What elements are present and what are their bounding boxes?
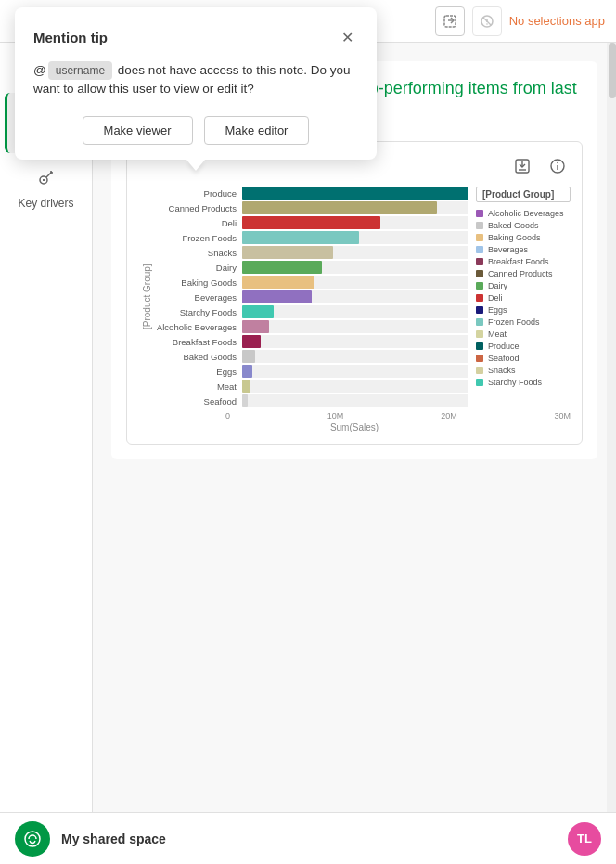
bar-row: Snacks <box>155 246 468 259</box>
legend-item-label: Alcoholic Beverages <box>488 209 564 218</box>
space-label: My shared space <box>61 832 166 846</box>
legend-item-label: Starchy Foods <box>488 378 542 387</box>
legend-item: Starchy Foods <box>476 378 571 387</box>
bar-row: Deli <box>155 216 468 229</box>
make-viewer-button[interactable]: Make viewer <box>83 116 193 145</box>
svg-line-10 <box>46 172 52 177</box>
bar-fill <box>242 365 252 378</box>
user-avatar[interactable]: TL <box>568 822 601 856</box>
legend-item: Breakfast Foods <box>476 257 571 266</box>
x-axis-tick: 20M <box>441 411 457 420</box>
bar-row: Baked Goods <box>155 350 468 363</box>
modal-user-chip: username <box>48 61 112 80</box>
x-axis-tick: 30M <box>554 411 571 420</box>
legend-item: Alcoholic Beverages <box>476 209 571 218</box>
bar-row: Beverages <box>155 290 468 303</box>
x-axis-title: Sum(Sales) <box>138 422 571 432</box>
bar-fill <box>242 350 255 363</box>
at-symbol: @ <box>33 63 46 77</box>
modal-title: Mention tip <box>33 30 108 45</box>
bar-fill <box>242 380 250 393</box>
alert-button[interactable] <box>472 6 502 36</box>
bar-track <box>242 350 468 363</box>
share-button[interactable] <box>435 6 465 36</box>
bar-row: Breakfast Foods <box>155 335 468 348</box>
legend-item-label: Breakfast Foods <box>488 257 549 266</box>
legend-item-label: Snacks <box>488 366 516 375</box>
svg-point-21 <box>25 832 40 846</box>
legend-item-label: Frozen Foods <box>488 317 540 327</box>
legend-color-dot <box>476 258 483 265</box>
bar-fill <box>242 216 380 229</box>
no-selections-label: No selections app <box>509 14 605 28</box>
bar-fill <box>242 394 248 407</box>
x-axis-tick: 10M <box>327 411 344 420</box>
legend-item-label: Produce <box>488 342 520 351</box>
legend-item: Deli <box>476 293 571 303</box>
bar-track <box>242 246 468 259</box>
bar-track <box>242 365 468 378</box>
legend-item: Frozen Foods <box>476 317 571 327</box>
modal-header: Mention tip ✕ <box>33 26 358 48</box>
bar-track <box>242 380 468 393</box>
svg-point-20 <box>557 162 558 164</box>
bar-fill <box>242 335 261 348</box>
mention-tip-modal: Mention tip ✕ @username does not have ac… <box>15 7 377 160</box>
bar-fill <box>242 231 359 244</box>
bar-track <box>242 231 468 244</box>
modal-tail <box>186 160 205 171</box>
legend-title: [Product Group] <box>476 187 571 202</box>
legend-color-dot <box>476 306 483 314</box>
legend-color-dot <box>476 379 483 386</box>
legend-item: Dairy <box>476 281 571 290</box>
bar-label: Starchy Foods <box>155 307 237 317</box>
bar-track <box>242 201 468 214</box>
chart-legend: [Product Group]Alcoholic BeveragesBaked … <box>468 187 571 407</box>
legend-item-label: Baked Goods <box>488 221 539 230</box>
legend-color-dot <box>476 294 483 302</box>
scroll-thumb[interactable] <box>609 43 616 98</box>
legend-item: Baked Goods <box>476 221 571 230</box>
bar-label: Produce <box>155 188 237 199</box>
bar-track <box>242 320 468 333</box>
bar-label: Baked Goods <box>155 352 237 362</box>
bar-track <box>242 187 468 200</box>
svg-rect-0 <box>444 16 456 27</box>
legend-item-label: Meat <box>488 329 507 339</box>
modal-close-button[interactable]: ✕ <box>336 26 358 48</box>
bar-fill <box>242 320 269 333</box>
legend-color-dot <box>476 367 483 374</box>
make-editor-button[interactable]: Make editor <box>204 116 310 145</box>
bar-label: Alcoholic Beverages <box>155 322 237 332</box>
modal-actions: Make viewer Make editor <box>33 116 358 145</box>
legend-color-dot <box>476 355 483 362</box>
bar-label: Eggs <box>155 367 237 377</box>
bar-row: Meat <box>155 380 468 393</box>
legend-color-dot <box>476 210 483 217</box>
chart-container: [Product Group] ProduceCanned ProductsDe… <box>126 141 583 445</box>
key-drivers-label: Key drivers <box>18 197 73 210</box>
legend-color-dot <box>476 222 483 229</box>
bar-label: Dairy <box>155 263 237 273</box>
legend-item: Produce <box>476 342 571 351</box>
legend-color-dot <box>476 318 483 326</box>
bar-label: Frozen Foods <box>155 233 237 243</box>
legend-item: Beverages <box>476 245 571 254</box>
top-bar-actions: No selections app <box>435 6 605 36</box>
bar-label: Baking Goods <box>155 277 237 288</box>
bar-row: Eggs <box>155 365 468 378</box>
legend-item-label: Seafood <box>488 354 520 363</box>
legend-color-dot <box>476 330 483 338</box>
bar-label: Deli <box>155 218 237 228</box>
space-icon <box>15 821 50 857</box>
sidebar-item-key-drivers[interactable]: Key drivers <box>5 157 88 217</box>
legend-item-label: Beverages <box>488 245 528 254</box>
legend-color-dot <box>476 234 483 241</box>
legend-color-dot <box>476 270 483 277</box>
legend-item-label: Baking Goods <box>488 233 541 242</box>
bar-track <box>242 216 468 229</box>
chart-info-button[interactable] <box>545 153 571 179</box>
x-axis-tick: 0 <box>225 411 230 420</box>
chart-export-button[interactable] <box>509 153 535 179</box>
bar-row: Seafood <box>155 394 468 407</box>
